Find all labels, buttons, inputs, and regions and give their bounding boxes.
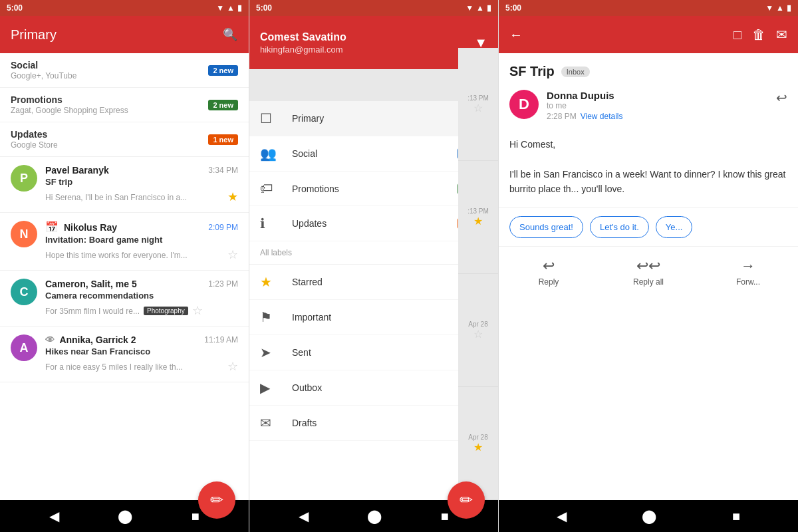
sender-info: Donna Dupuis to me 2:28 PM View details [547,90,768,121]
nav-label-updates: Updates [292,218,458,229]
promotions-nav-icon: 🏷 [260,181,281,196]
avatar-pavel: P [11,165,37,192]
smart-reply-row: Sounds great! Let's do it. Ye... [499,207,798,246]
updates-badge: 1 new [208,134,238,145]
email-item-nikolus[interactable]: N 📅 Nikolus Ray 2:09 PM Invitation: Boar… [0,213,249,271]
account-info: Comest Savatino hikingfan@gmail.com [260,31,346,55]
email-item-cameron[interactable]: C Cameron, Salit, me 5 1:23 PM Camera re… [0,271,249,327]
smart-reply-1[interactable]: Sounds great! [509,216,583,238]
tag-photography: Photography [144,307,188,315]
status-time-1: 5:00 [7,3,23,13]
wifi-icon-1: ▲ [227,3,235,13]
social-badge: 2 new [208,65,238,76]
nav-home-2[interactable]: ⬤ [367,508,382,524]
starred-nav-icon: ★ [260,274,281,290]
nav-back-2[interactable]: ◀ [299,508,309,524]
email-header-cameron: Cameron, Salit, me 5 1:23 PM [45,279,238,289]
preview-cameron: For 35mm film I would re... [45,307,140,316]
detail-sender-row: D Donna Dupuis to me 2:28 PM View detail… [499,84,798,126]
outbox-nav-icon: ▶ [260,380,281,396]
category-promotions-name: Promotions [11,94,208,105]
nav-home-3[interactable]: ⬤ [642,508,656,524]
email-item-annika[interactable]: A 👁 Annika, Garrick 2 11:19 AM Hikes nea… [0,327,249,382]
signal-icon-2: ▼ [466,3,473,13]
reply-action-label: Reply [539,277,559,287]
panel-drawer: 5:00 ▼ ▲ ▮ Comest Savatino hikingfan@gma… [249,0,499,532]
forward-action-label: Forw... [736,277,760,287]
status-bar-2: 5:00 ▼ ▲ ▮ [249,0,498,16]
panel-email-detail: 5:00 ▼ ▲ ▮ ← □ 🗑 ✉ SF Trip Inbox D Donna… [499,0,798,532]
action-row: ↩ Reply ↩↩ Reply all → Forw... [499,246,798,297]
email-item-pavel[interactable]: P Pavel Baranyk 3:34 PM SF trip Hi Seren… [0,157,249,213]
body-greeting: Hi Comest, [509,137,787,152]
status-bar-1: 5:00 ▼ ▲ ▮ [0,0,249,16]
compose-fab-2[interactable]: ✏ [448,481,485,519]
nav-recents-2[interactable]: ■ [441,509,449,524]
category-promotions[interactable]: Promotions Zagat, Google Shopping Expres… [0,88,249,122]
strip-star-2[interactable]: ★ [473,215,483,227]
delete-icon[interactable]: 🗑 [752,27,765,43]
wifi-icon-3: ▲ [776,3,784,13]
back-icon[interactable]: ← [509,27,523,43]
meta-nikolus: Hope this time works for everyone. I'm..… [45,247,238,262]
meta-cameron: For 35mm film I would re... Photography … [45,303,238,318]
status-icons-2: ▼ ▲ ▮ [466,3,491,13]
star-cameron[interactable]: ☆ [192,303,203,318]
strip-time-1: :13 PM [467,94,489,102]
strip-star-4[interactable]: ★ [473,441,483,454]
preview-pavel: Hi Serena, I'll be in San Francisco in a… [45,193,223,202]
nav-label-primary: Primary [292,113,478,124]
view-details-link[interactable]: View details [581,112,623,121]
account-row: Comest Savatino hikingfan@gmail.com ▼ [260,31,487,55]
search-icon-1[interactable]: 🔍 [222,27,238,43]
sender-avatar: D [509,90,539,119]
nav-recents-3[interactable]: ■ [732,509,740,524]
category-social-sub: Google+, YouTube [11,71,208,80]
nav-back-1[interactable]: ◀ [49,508,59,524]
nav-label-promotions: Promotions [292,184,458,194]
preview-nikolus: Hope this time works for everyone. I'm..… [45,251,223,260]
strip-item-3: Apr 28 ☆ [458,274,498,387]
star-annika[interactable]: ☆ [227,359,238,374]
star-pavel[interactable]: ★ [227,190,238,204]
body-text: I'll be in San Francisco in a week! Want… [509,167,787,197]
nav-home-1[interactable]: ⬤ [118,508,132,524]
archive-icon[interactable]: □ [733,27,741,43]
status-time-3: 5:00 [505,3,521,13]
smart-reply-2[interactable]: Let's do it. [590,216,649,238]
reply-action-btn[interactable]: ↩ Reply [499,252,598,292]
email-content-annika: 👁 Annika, Garrick 2 11:19 AM Hikes near … [45,334,238,374]
category-social-name: Social [11,60,208,70]
nav-back-3[interactable]: ◀ [557,508,567,524]
forward-action-btn[interactable]: → Forw... [698,252,798,292]
battery-icon-3: ▮ [787,3,791,13]
reply-all-action-btn[interactable]: ↩↩ Reply all [598,252,698,292]
smart-reply-3[interactable]: Ye... [656,216,693,238]
strip-star-1[interactable]: ☆ [473,102,483,114]
email-header-pavel: Pavel Baranyk 3:34 PM [45,165,238,176]
inbox-badge: Inbox [561,66,590,77]
mail-icon[interactable]: ✉ [776,27,787,43]
sender-annika: 👁 Annika, Garrick 2 [45,334,136,345]
meta-annika: For a nice easy 5 miles I really like th… [45,359,238,374]
drafts-nav-icon: ✉ [260,415,281,431]
nav-recents-1[interactable]: ■ [192,509,200,524]
category-social[interactable]: Social Google+, YouTube 2 new [0,53,249,88]
sender-to: to me [547,101,768,110]
category-updates-info: Updates Google Store [11,129,208,150]
category-updates-name: Updates [11,129,208,140]
star-nikolus[interactable]: ☆ [227,247,238,262]
status-bar-3: 5:00 ▼ ▲ ▮ [499,0,798,16]
strip-star-3[interactable]: ☆ [473,328,483,340]
email-preview-strip: :13 PM ☆ :13 PM ★ Apr 28 ☆ Apr 28 ★ [458,48,498,500]
reply-quick-icon[interactable]: ↩ [776,90,787,106]
category-updates[interactable]: Updates Google Store 1 new [0,122,249,157]
status-icons-3: ▼ ▲ ▮ [765,3,791,13]
compose-fab-1[interactable]: ✏ [198,481,235,519]
category-promotions-sub: Zagat, Google Shopping Express [11,106,208,115]
status-time-2: 5:00 [256,3,272,13]
wifi-icon-2: ▲ [476,3,484,13]
reply-action-icon: ↩ [543,257,555,275]
updates-nav-icon: ℹ [260,215,281,231]
time-pavel: 3:34 PM [208,166,238,175]
